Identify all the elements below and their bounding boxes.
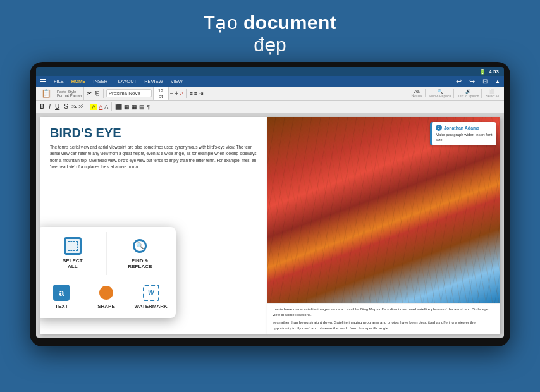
font-color-button[interactable]: A [180,90,183,97]
increase-font-button[interactable]: + [175,90,179,97]
format-painter-label[interactable]: Format Painter [57,94,82,97]
page-text-bottom: ments have made satellite images more ac… [267,303,500,334]
italic-button[interactable]: I [47,103,52,110]
fullscreen-button[interactable]: ⊡ [482,78,488,85]
collapse-button[interactable]: ▲ [495,78,500,84]
copy-button[interactable]: ⎘ [94,90,101,97]
document-area: BIRD'S EYE The terms aerial view and aer… [36,113,504,338]
normal-style[interactable]: Aa Normal [408,89,426,97]
menu-view[interactable]: VIEW [171,78,183,84]
font-color-btn2[interactable]: A [99,104,102,110]
select-all-icon [64,237,82,255]
paragraph-mark-button[interactable]: ¶ [147,104,150,110]
menu-layout[interactable]: LAYOUT [118,78,137,84]
find-replace-icon: 🔍 [131,237,149,255]
menu-bar: FILE HOME INSERT LAYOUT REVIEW VIEW ↩ ↪ … [36,76,504,87]
tablet-frame: 🔋 4:53 FILE HOME INSERT LAYOUT REVIEW VI… [30,62,510,346]
toolbar-row2: B I U S X₁ X² A A Ā ⬛ ▦ ▦ ▤ ¶ [36,101,504,113]
redo-button[interactable]: ↪ [469,77,475,85]
undo-button[interactable]: ↩ [456,77,462,85]
shape-label: SHAPE [97,303,115,309]
align-right-button[interactable]: ▦ [132,104,137,110]
status-bar: 🔋 4:53 [36,67,504,76]
context-menu-row2: a TEXT SHAPE W [40,278,173,315]
paste-icon[interactable]: 📋 [41,89,51,98]
select-all-button[interactable]: ⬜ Select All [483,89,501,98]
find-replace-label: FIND &REPLACE [128,258,152,270]
watermark-label: WATERMARK [135,303,168,309]
subscript-button[interactable]: X₁ [71,104,77,109]
context-find-replace[interactable]: 🔍 FIND &REPLACE [107,232,174,275]
menu-insert[interactable]: INSERT [93,78,110,84]
align-center-button[interactable]: ▦ [124,104,130,110]
indent-button[interactable]: ⇥ [199,90,204,97]
hamburger-menu[interactable] [40,79,46,84]
select-all-label: SELECTALL [63,258,83,270]
underline-button[interactable]: U [54,103,61,110]
aerial-image: J Jonathan Adams Make paragraph wider. I… [267,117,500,334]
text-label: TEXT [55,303,68,309]
comment-bubble: J Jonathan Adams Make paragraph wider. I… [430,122,496,145]
menu-review[interactable]: REVIEW [144,78,163,84]
menu-home[interactable]: HOME [71,78,86,84]
font-name-field[interactable]: Proxima Nova [106,89,152,97]
paste-section: 📋 [39,87,54,100]
comment-text: Make paragraph wider. Insert font size. [436,132,493,143]
watermark-icon: W [143,285,159,301]
paste-labels: Paste Style Format Painter [56,87,84,100]
strikethrough-button[interactable]: S [63,103,70,110]
align-left-button[interactable]: ⬛ [115,104,122,110]
toolbar-row1: 📋 Paste Style Format Painter ✂ ⎘ Proxima… [36,87,504,101]
context-menu-popup: SELECTALL 🔍 FIND &REPLACE [40,227,176,318]
document-title: BIRD'S EYE [50,126,257,140]
header-line1: Tạo document [204,11,337,34]
status-time: 4:53 [489,69,499,75]
header-bold: document [243,12,336,33]
shape-icon [98,285,114,301]
justify-button[interactable]: ▤ [139,104,145,110]
decrease-font-button[interactable]: − [170,90,174,97]
page-header: Tạo document đẹp [204,0,337,62]
document-body: The terms aerial view and aerial viewpoi… [50,144,257,171]
battery-icon: 🔋 [479,69,486,75]
comment-author: J Jonathan Adams [436,125,493,131]
context-shape[interactable]: SHAPE [84,281,129,313]
bullet-list-button[interactable]: ≡ [189,90,192,97]
cut-button[interactable]: ✂ [85,90,93,97]
clear-format-button[interactable]: Ā [104,104,108,110]
superscript-button[interactable]: X² [78,104,83,109]
screen: 🔋 4:53 FILE HOME INSERT LAYOUT REVIEW VI… [36,67,504,338]
author-avatar: J [436,125,442,131]
number-list-button[interactable]: ≡ [194,90,197,97]
text-icon: a [53,285,70,301]
highlight-button[interactable]: A [90,104,97,110]
menu-file[interactable]: FILE [54,78,64,84]
text-speech-button[interactable]: 🔊 Text to Speech [455,89,482,98]
header-line2: đẹp [204,34,337,56]
find-replace-button[interactable]: 🔍 Find & Replace [427,89,454,98]
context-select-all[interactable]: SELECTALL [40,232,107,275]
context-watermark[interactable]: W WATERMARK [128,281,173,313]
bold-button[interactable]: B [39,103,46,110]
context-text[interactable]: a TEXT [40,281,84,313]
document-page: BIRD'S EYE The terms aerial view and aer… [40,117,267,334]
font-size-field[interactable]: 12 pt [153,87,169,101]
context-menu-row1: SELECTALL 🔍 FIND &REPLACE [40,230,173,278]
